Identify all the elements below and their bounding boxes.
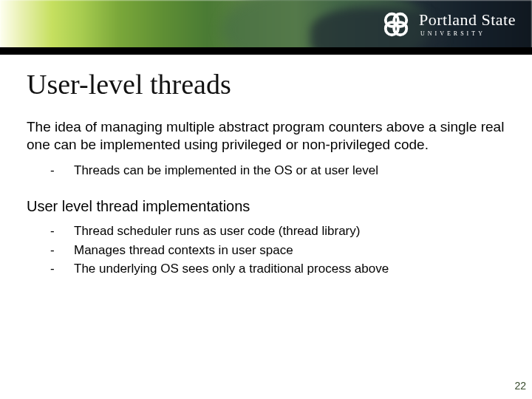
dash-icon: - — [50, 259, 58, 279]
list-item: - Manages thread contexts in user space — [50, 241, 505, 260]
subheading: User level thread implementations — [27, 197, 505, 216]
dash-icon: - — [50, 161, 58, 180]
list-item: - The underlying OS sees only a traditio… — [50, 259, 505, 279]
svg-point-3 — [394, 22, 406, 35]
bullet-list-2: - Thread scheduler runs as user code (th… — [50, 222, 505, 279]
university-logo: Portland State UNIVERSITY — [382, 10, 516, 38]
logo-name: Portland State — [419, 12, 516, 28]
bullet-list-1: - Threads can be implemented in the OS o… — [50, 161, 505, 180]
list-item-text: Manages thread contexts in user space — [74, 241, 293, 260]
dash-icon: - — [50, 222, 58, 241]
slide-title: User-level threads — [27, 68, 505, 100]
list-item-text: Thread scheduler runs as user code (thre… — [74, 222, 360, 241]
dash-icon: - — [50, 241, 58, 260]
page-number: 22 — [514, 380, 526, 392]
list-item-text: Threads can be implemented in the OS or … — [74, 161, 378, 180]
slide: Portland State UNIVERSITY User-level thr… — [0, 0, 532, 399]
slide-content: User-level threads The idea of managing … — [27, 68, 505, 296]
list-item: - Thread scheduler runs as user code (th… — [50, 222, 505, 241]
list-item: - Threads can be implemented in the OS o… — [50, 161, 505, 180]
interlock-icon — [382, 10, 410, 38]
intro-paragraph: The idea of managing multiple abstract p… — [27, 118, 505, 154]
banner: Portland State UNIVERSITY — [0, 0, 532, 55]
logo-text: Portland State UNIVERSITY — [419, 12, 516, 37]
logo-subline: UNIVERSITY — [419, 31, 516, 37]
list-item-text: The underlying OS sees only a traditiona… — [74, 259, 389, 279]
